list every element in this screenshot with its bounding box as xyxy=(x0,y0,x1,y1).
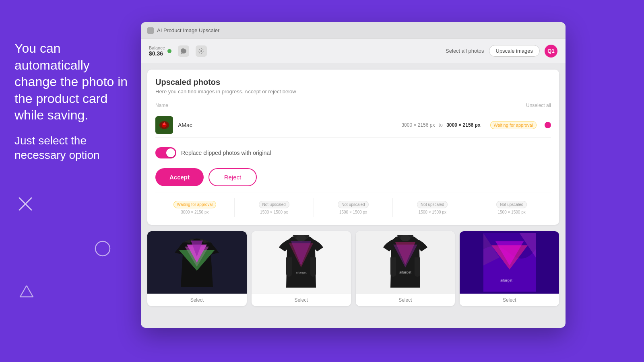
product-image-0 xyxy=(147,231,247,294)
x-decoration-icon xyxy=(18,196,33,213)
thumb-badge-0: Waiting for approval xyxy=(173,201,217,208)
upscaled-photos-card: Upscaled photos Here you can find images… xyxy=(147,70,559,225)
unselect-all-button[interactable]: Unselect all xyxy=(526,103,551,108)
svg-text:aitarget: aitarget xyxy=(500,278,513,282)
product-select-3[interactable]: Select xyxy=(460,294,559,306)
product-select-0[interactable]: Select xyxy=(147,294,247,306)
left-panel: You can automatically change the photo i… xyxy=(14,40,135,163)
reject-button[interactable]: Reject xyxy=(208,168,257,186)
main-window: AI Product Image Upscaler Balance $0.36 xyxy=(141,22,566,328)
svg-point-10 xyxy=(400,235,410,241)
thumb-badge-4: Not upscaled xyxy=(496,201,527,208)
thumb-item-2: Not upscaled 1500 × 1500 px xyxy=(314,198,393,217)
toggle-label: Replace clipped photos with original xyxy=(181,150,271,156)
product-card-3: aitarget Select xyxy=(460,231,559,306)
product-name: AMac xyxy=(178,122,396,128)
product-image-3: aitarget xyxy=(460,231,559,294)
toggle-thumb xyxy=(166,148,175,157)
thumb-dim-1: 1500 × 1500 px xyxy=(238,210,310,214)
svg-text:aitarget: aitarget xyxy=(296,271,307,274)
product-select-1[interactable]: Select xyxy=(252,294,351,306)
thumb-badge-3: Not upscaled xyxy=(417,201,448,208)
balance-section: Balance $0.36 xyxy=(149,45,171,57)
toggle-section: Replace clipped photos with original xyxy=(155,144,551,162)
circle-decoration-icon xyxy=(94,240,111,259)
product-select-2[interactable]: Select xyxy=(356,294,455,306)
product-thumbnail xyxy=(155,116,173,134)
app-header: Balance $0.36 Select all photos Upscale … xyxy=(141,39,566,63)
user-avatar[interactable]: Q1 xyxy=(545,45,557,58)
thumb-item-3: Not upscaled 1500 × 1500 px xyxy=(393,198,472,217)
thumb-badge-2: Not upscaled xyxy=(338,201,368,208)
thumbnails-row: Waiting for approval 3000 × 2156 px Not … xyxy=(155,193,551,217)
header-left: Balance $0.36 xyxy=(149,45,207,57)
balance-amount: $0.36 xyxy=(149,50,165,57)
header-right: Select all photos Upscale images Q1 xyxy=(446,45,557,58)
content-area: Upscaled photos Here you can find images… xyxy=(141,63,566,328)
main-description: You can automatically change the photo i… xyxy=(14,40,135,124)
toggle-track xyxy=(155,147,176,158)
status-dot xyxy=(545,122,551,128)
replace-photos-toggle[interactable] xyxy=(155,147,176,158)
upscaled-title: Upscaled photos xyxy=(155,78,551,87)
product-card-1: aitarget Select xyxy=(252,231,351,306)
action-buttons: Accept Reject xyxy=(155,168,551,186)
title-bar-icon xyxy=(147,27,154,34)
thumb-dim-3: 1500 × 1500 px xyxy=(396,210,469,214)
product-image-1: aitarget xyxy=(252,231,351,294)
thumb-item-1: Not upscaled 1500 × 1500 px xyxy=(235,198,314,217)
upscale-images-button[interactable]: Upscale images xyxy=(489,45,540,57)
thumb-dim-2: 1500 × 1500 px xyxy=(317,210,390,214)
select-all-button[interactable]: Select all photos xyxy=(446,48,484,54)
thumb-item-0: Waiting for approval 3000 × 2156 px xyxy=(155,198,235,217)
products-grid: Select aitarget Select xyxy=(147,231,559,306)
sub-description: Just select the necessary option xyxy=(14,134,135,163)
upscaled-subtitle: Here you can find images in progress. Ac… xyxy=(155,88,551,95)
window-title: AI Product Image Upscaler xyxy=(157,27,219,33)
product-row: AMac 3000 × 2156 px to 3000 × 2156 px Wa… xyxy=(155,113,551,138)
svg-text:aitarget: aitarget xyxy=(399,270,412,274)
balance-label: Balance xyxy=(149,45,165,50)
svg-point-3 xyxy=(200,50,202,52)
chat-icon[interactable] xyxy=(178,45,189,57)
accept-button[interactable]: Accept xyxy=(155,168,204,186)
triangle-decoration-icon xyxy=(19,285,34,299)
product-image-2: aitarget xyxy=(356,231,455,294)
thumb-item-4: Not upscaled 1500 × 1500 px xyxy=(472,198,551,217)
svg-point-8 xyxy=(296,235,306,241)
product-card-2: aitarget Select xyxy=(356,231,455,306)
thumb-badge-1: Not upscaled xyxy=(259,201,289,208)
product-card-0: Select xyxy=(147,231,247,306)
thumb-dim-4: 1500 × 1500 px xyxy=(475,210,548,214)
svg-point-2 xyxy=(95,241,110,256)
status-badge: Waiting for approval xyxy=(490,121,537,129)
thumb-dim-0: 3000 × 2156 px xyxy=(159,210,231,214)
table-header: Name Unselect all xyxy=(155,103,551,108)
name-column-header: Name xyxy=(155,103,168,108)
title-bar: AI Product Image Upscaler xyxy=(141,22,566,39)
settings-icon[interactable] xyxy=(196,45,207,57)
balance-status-dot xyxy=(167,49,171,53)
dimension-from: 3000 × 2156 px to 3000 × 2156 px xyxy=(401,122,480,128)
